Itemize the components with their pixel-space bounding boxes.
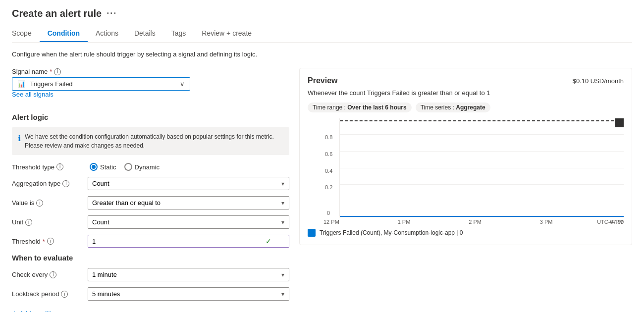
signal-dropdown-chevron: ∨ bbox=[180, 80, 185, 88]
tab-actions[interactable]: Actions bbox=[88, 25, 126, 42]
chart-area: 0.8 0.6 0.4 0.2 0 bbox=[339, 118, 624, 217]
x-label-2pm: 2 PM bbox=[469, 219, 482, 225]
value-is-wrapper: Greater than or equal to Greater than Le… bbox=[88, 196, 289, 209]
radio-dynamic-circle bbox=[124, 163, 132, 171]
unit-label: Unit bbox=[12, 218, 23, 226]
preview-description: Whenever the count Triggers Failed is gr… bbox=[308, 89, 624, 97]
unit-info-icon[interactable]: i bbox=[25, 219, 32, 226]
unit-wrapper: Count bbox=[88, 215, 289, 229]
preview-time-range-tag: Time range : Over the last 6 hours bbox=[308, 103, 412, 112]
grid-line-04 bbox=[340, 168, 624, 168]
add-condition-label: Add condition bbox=[19, 310, 58, 312]
signal-name-label: Signal name bbox=[12, 68, 48, 75]
check-every-info-icon[interactable]: i bbox=[50, 271, 56, 278]
threshold-info-icon[interactable]: i bbox=[47, 238, 54, 245]
see-all-signals-link[interactable]: See all signals bbox=[12, 91, 54, 98]
preview-cost: $0.10 USD/month bbox=[573, 77, 624, 85]
lookback-period-select[interactable]: 5 minutes 1 minute 10 minutes bbox=[88, 287, 289, 301]
time-series-value: Aggregate bbox=[456, 104, 485, 111]
threshold-input[interactable] bbox=[92, 238, 266, 245]
chart-outer: 0.8 0.6 0.4 0.2 0 bbox=[308, 118, 624, 225]
x-label-3pm: 3 PM bbox=[540, 219, 553, 225]
x-label-1pm: 1 PM bbox=[398, 219, 411, 225]
lookback-period-label: Lookback period bbox=[12, 290, 59, 298]
threshold-type-info-icon[interactable]: i bbox=[56, 163, 63, 170]
tab-scope[interactable]: Scope bbox=[12, 25, 40, 42]
threshold-label: Threshold bbox=[12, 238, 41, 245]
threshold-type-label: Threshold type bbox=[12, 163, 54, 171]
value-is-info-icon[interactable]: i bbox=[36, 200, 43, 207]
signal-name-dropdown[interactable]: 📊 Triggers Failed ∨ bbox=[12, 77, 190, 91]
y-label-06: 0.6 bbox=[325, 151, 332, 157]
radio-static-label: Static bbox=[100, 163, 116, 171]
time-range-label: Time range : bbox=[313, 104, 346, 111]
time-range-value: Over the last 6 hours bbox=[347, 104, 406, 111]
signal-name-value: Triggers Failed bbox=[30, 80, 72, 88]
chart-legend: Triggers Failed (Count), My-Consumption-… bbox=[308, 229, 624, 237]
check-every-wrapper: 1 minute 5 minutes 15 minutes bbox=[88, 268, 289, 281]
info-box-icon: ℹ bbox=[18, 133, 21, 150]
aggregation-type-label: Aggregation type bbox=[12, 180, 60, 187]
data-line bbox=[340, 216, 624, 217]
lookback-period-wrapper: 5 minutes 1 minute 10 minutes bbox=[88, 287, 289, 301]
page-description: Configure when the alert rule should tri… bbox=[12, 51, 632, 58]
threshold-type-radio-group: Static Dynamic bbox=[90, 163, 160, 171]
lookback-period-info-icon[interactable]: i bbox=[61, 291, 68, 298]
threshold-check-icon: ✓ bbox=[266, 237, 271, 245]
grid-line-08 bbox=[340, 134, 624, 135]
y-label-04: 0.4 bbox=[325, 168, 332, 174]
alert-logic-title: Alert logic bbox=[12, 113, 289, 121]
radio-dynamic[interactable]: Dynamic bbox=[124, 163, 160, 171]
radio-dynamic-label: Dynamic bbox=[135, 163, 160, 171]
tab-review-create[interactable]: Review + create bbox=[194, 25, 260, 42]
tab-details[interactable]: Details bbox=[126, 25, 163, 42]
preview-time-series-tag: Time series : Aggregate bbox=[416, 103, 490, 112]
signal-name-info-icon[interactable]: i bbox=[54, 68, 61, 75]
legend-text: Triggers Failed (Count), My-Consumption-… bbox=[320, 229, 463, 236]
value-is-select[interactable]: Greater than or equal to Greater than Le… bbox=[88, 196, 289, 209]
chart-x-labels: 12 PM 1 PM 2 PM 3 PM 4 PM UTC-07:00 bbox=[323, 217, 624, 225]
y-label-08: 0.8 bbox=[325, 134, 332, 140]
y-label-0: 0 bbox=[327, 210, 330, 216]
aggregation-type-wrapper: Count Average Maximum Minimum bbox=[88, 177, 289, 190]
aggregation-type-info-icon[interactable]: i bbox=[62, 180, 69, 187]
grid-line-02 bbox=[340, 184, 624, 185]
chart-timezone: UTC-07:00 bbox=[597, 219, 624, 225]
signal-bar-icon: 📊 bbox=[17, 80, 25, 88]
threshold-marker bbox=[615, 118, 624, 127]
page-title: Create an alert rule bbox=[12, 8, 102, 19]
signal-required-marker: * bbox=[50, 68, 52, 75]
y-label-02: 0.2 bbox=[325, 184, 332, 190]
grid-line-06 bbox=[340, 151, 624, 152]
threshold-dashed-line bbox=[340, 120, 624, 121]
when-to-evaluate-title: When to evaluate bbox=[12, 254, 289, 262]
time-series-label: Time series : bbox=[421, 104, 454, 111]
radio-static[interactable]: Static bbox=[90, 163, 116, 171]
tab-condition[interactable]: Condition bbox=[40, 25, 88, 42]
value-is-label: Value is bbox=[12, 199, 34, 207]
page-title-dots: ··· bbox=[107, 8, 117, 19]
radio-static-circle bbox=[90, 163, 98, 171]
unit-select[interactable]: Count bbox=[88, 215, 289, 229]
preview-title: Preview bbox=[308, 76, 337, 85]
nav-tabs: Scope Condition Actions Details Tags Rev… bbox=[12, 25, 632, 43]
legend-color-box bbox=[308, 229, 316, 237]
threshold-input-wrapper: ✓ bbox=[88, 235, 289, 248]
preview-panel: Preview $0.10 USD/month Whenever the cou… bbox=[299, 68, 632, 245]
add-condition-button[interactable]: + Add condition bbox=[12, 309, 289, 312]
check-every-label: Check every bbox=[12, 271, 48, 278]
x-label-12pm: 12 PM bbox=[323, 219, 339, 225]
threshold-required-marker: * bbox=[43, 238, 45, 245]
tab-tags[interactable]: Tags bbox=[163, 25, 194, 42]
alert-logic-info-box: ℹ We have set the condition configuratio… bbox=[12, 127, 289, 155]
aggregation-type-select[interactable]: Count Average Maximum Minimum bbox=[88, 177, 289, 190]
alert-logic-info-text: We have set the condition configuration … bbox=[25, 132, 283, 150]
plus-icon: + bbox=[12, 309, 16, 312]
check-every-select[interactable]: 1 minute 5 minutes 15 minutes bbox=[88, 268, 289, 281]
